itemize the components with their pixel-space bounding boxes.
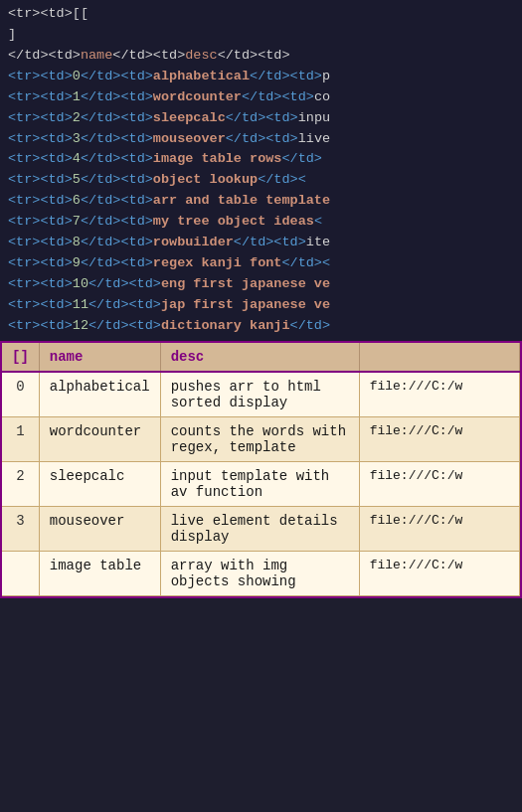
cell-desc-1: counts the words with regex, template (160, 416, 359, 461)
cell-link-2: file:///C:/w (359, 461, 519, 506)
cell-desc-3: live element details display (160, 506, 359, 551)
cell-link-3: file:///C:/w (359, 506, 519, 551)
code-line-8: <tr><td>8</td><td>rowbuilder</td><td>ite (8, 233, 514, 253)
cell-desc-0: pushes arr to html sorted display (160, 372, 359, 417)
cell-index-3: 3 (2, 506, 39, 551)
cell-index-2: 2 (2, 461, 39, 506)
cell-name-1: wordcounter (39, 416, 160, 461)
header-desc: desc (160, 343, 359, 372)
code-line-0: <tr><td>0</td><td>alphabetical</td><td>p (8, 67, 514, 87)
data-table-section: [] name desc 0 alphabetical pushes arr t… (0, 343, 522, 598)
table-row: image table array with img objects showi… (2, 551, 520, 595)
code-line-10: <tr><td>10</td><td>eng first japanese ve (8, 274, 514, 295)
cell-desc-2: input template with av function (160, 461, 359, 506)
header-index: [] (2, 343, 39, 372)
code-line-9: <tr><td>9</td><td>regex kanji font</td>< (8, 253, 514, 274)
header-name: name (39, 343, 160, 372)
cell-index-1: 1 (2, 416, 39, 461)
code-line-11: <tr><td>11</td><td>jap first japanese ve (8, 295, 514, 316)
table-row: 2 sleepcalc input template with av funct… (2, 461, 520, 506)
table-row: 0 alphabetical pushes arr to html sorted… (2, 372, 520, 417)
code-line-7: <tr><td>7</td><td>my tree object ideas< (8, 212, 514, 233)
code-line-2: <tr><td>2</td><td>sleepcalc</td><td>inpu (8, 108, 514, 129)
table-row: 1 wordcounter counts the words with rege… (2, 416, 520, 461)
code-prefix-line: <tr><td>[[ (8, 4, 514, 25)
cell-link-1: file:///C:/w (359, 416, 519, 461)
cell-name-0: alphabetical (39, 372, 160, 417)
cell-link-4: file:///C:/w (359, 551, 519, 595)
code-line-5: <tr><td>5</td><td>object lookup</td>< (8, 170, 514, 191)
table-row: 3 mouseover live element details display… (2, 506, 520, 551)
code-line-1: <tr><td>1</td><td>wordcounter</td><td>co (8, 87, 514, 108)
code-display: <tr><td>[[]</td><td>name</td><td>desc</t… (0, 0, 522, 343)
cell-name-3: mouseover (39, 506, 160, 551)
cell-name-4: image table (39, 551, 160, 595)
table-header-row: [] name desc (2, 343, 520, 372)
cell-desc-4: array with img objects showing (160, 551, 359, 595)
main-table: [] name desc 0 alphabetical pushes arr t… (2, 343, 520, 596)
code-line-12: <tr><td>12</td><td>dictionary kanji</td> (8, 316, 514, 337)
code-line-6: <tr><td>6</td><td>arr and table template (8, 191, 514, 212)
code-line-3: <tr><td>3</td><td>mouseover</td><td>live (8, 129, 514, 150)
header-link (359, 343, 519, 372)
code-line-4: <tr><td>4</td><td>image table rows</td> (8, 149, 514, 170)
cell-index-0: 0 (2, 372, 39, 417)
cell-name-2: sleepcalc (39, 461, 160, 506)
cell-link-0: file:///C:/w (359, 372, 519, 417)
cell-index-4 (2, 551, 39, 595)
